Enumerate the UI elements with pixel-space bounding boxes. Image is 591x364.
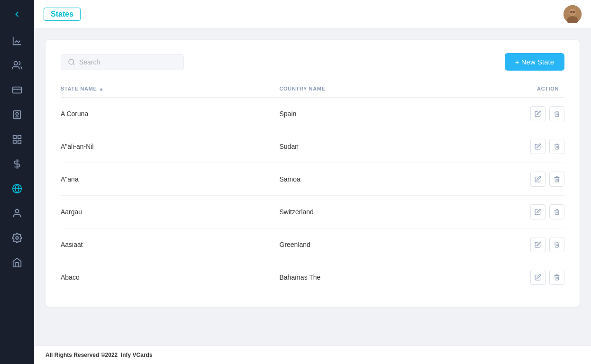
dollar-nav-icon[interactable] [0,152,34,176]
column-header-action: ACTION [498,86,564,91]
svg-point-20 [573,11,574,12]
svg-point-13 [15,209,18,213]
main-card: + New State STATE NAME ▲ COUNTRY NAME AC… [45,40,580,307]
sidebar-collapse-button[interactable] [0,0,34,28]
cell-action [498,139,564,154]
cell-action [498,270,564,285]
cell-country-name: Bahamas The [280,273,499,281]
cell-country-name: Greenland [280,241,499,248]
globe-nav-icon[interactable] [0,176,34,201]
table-row: A"ana Samoa [61,163,564,196]
topbar: States [34,0,591,28]
edit-button[interactable] [530,204,546,219]
sort-asc-icon: ▲ [99,86,104,91]
search-icon [68,58,75,66]
cell-state-name: A"ali-an-Nil [61,143,280,150]
delete-button[interactable] [549,139,564,154]
svg-point-24 [69,59,74,64]
edit-button[interactable] [530,172,546,187]
column-header-country-name: COUNTRY NAME [280,86,499,91]
table-row: Aargau Switzerland [61,196,564,228]
cell-action [498,172,564,187]
cell-action [498,204,564,219]
cell-country-name: Switzerland [280,208,499,216]
svg-rect-8 [13,140,16,143]
footer: All Rights Reserved ©2022 Infy VCards [34,346,591,364]
delete-button[interactable] [549,172,564,187]
home-nav-icon[interactable] [0,250,34,275]
edit-button[interactable] [530,139,546,154]
table-body: A Coruna Spain [61,98,564,293]
cell-state-name: Aasiaat [61,241,280,248]
delete-button[interactable] [549,106,564,121]
cell-state-name: Aargau [61,208,280,216]
toolbar: + New State [61,53,564,71]
footer-text: All Rights Reserved ©2022 [45,352,118,358]
cell-action [498,106,564,121]
edit-button[interactable] [530,270,546,285]
svg-point-14 [16,237,18,239]
column-header-state-name[interactable]: STATE NAME ▲ [61,86,280,91]
table-row: Abaco Bahamas The [61,261,564,293]
table-row: A Coruna Spain [61,98,564,130]
search-box[interactable] [61,54,184,70]
cell-country-name: Samoa [280,175,499,183]
svg-line-25 [73,64,74,65]
page-title: States [44,8,81,21]
svg-point-19 [571,11,572,12]
delete-button[interactable] [549,270,564,285]
svg-point-4 [16,112,18,115]
cell-action [498,237,564,252]
svg-rect-6 [13,136,16,138]
cell-state-name: Abaco [61,273,280,281]
svg-point-0 [14,62,18,65]
cell-country-name: Spain [280,110,499,118]
grid-nav-icon[interactable] [0,127,34,152]
delete-button[interactable] [549,237,564,252]
cell-country-name: Sudan [280,143,499,150]
svg-rect-9 [18,140,21,143]
settings-nav-icon[interactable] [0,226,34,250]
new-state-button[interactable]: + New State [505,53,564,71]
edit-button[interactable] [530,237,546,252]
delete-button[interactable] [549,204,564,219]
avatar[interactable] [564,5,582,23]
main-area: States [34,0,591,364]
person-nav-icon[interactable] [0,201,34,226]
edit-button[interactable] [530,106,546,121]
svg-point-18 [569,9,576,16]
svg-rect-7 [18,136,21,138]
search-input[interactable] [79,58,177,66]
id-badge-nav-icon[interactable] [0,102,34,127]
svg-rect-1 [13,87,21,93]
content-area: + New State STATE NAME ▲ COUNTRY NAME AC… [34,28,591,346]
card-nav-icon[interactable] [0,78,34,102]
users-nav-icon[interactable] [0,53,34,78]
cell-state-name: A Coruna [61,110,280,118]
sidebar [0,0,34,364]
chart-nav-icon[interactable] [0,28,34,53]
table-header: STATE NAME ▲ COUNTRY NAME ACTION [61,82,564,98]
table-row: Aasiaat Greenland [61,228,564,261]
table-row: A"ali-an-Nil Sudan [61,130,564,163]
footer-brand: Infy VCards [121,352,153,358]
cell-state-name: A"ana [61,175,280,183]
